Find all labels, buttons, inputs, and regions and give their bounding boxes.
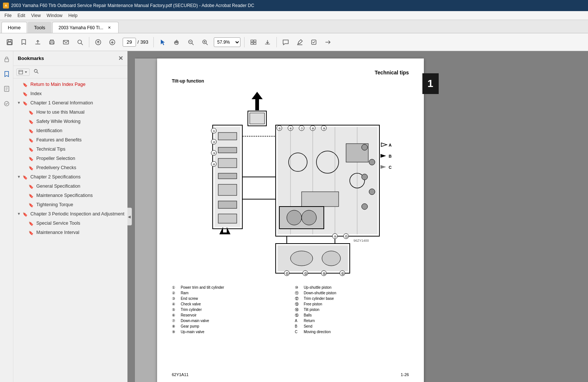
svg-text:⑩: ⑩ bbox=[334, 235, 336, 238]
bookmark-ch2[interactable]: ▼ 🔖 Chapter 2 Specifications bbox=[13, 172, 127, 182]
separator-3 bbox=[244, 37, 245, 47]
zoom-select[interactable]: 57.9% 50% 75% 100% 125% bbox=[214, 37, 240, 47]
sidebar-bookmarks-icon[interactable] bbox=[1, 69, 12, 79]
separator-4 bbox=[276, 37, 277, 47]
ch2-expand-icon[interactable]: ▼ bbox=[16, 174, 21, 179]
menu-view[interactable]: View bbox=[28, 12, 44, 19]
svg-line-14 bbox=[206, 43, 207, 45]
menu-edit[interactable]: Edit bbox=[14, 12, 28, 19]
svg-text:⑭: ⑭ bbox=[323, 272, 326, 275]
panel-collapse-button[interactable]: ◀ bbox=[127, 208, 132, 225]
bookmark-options-button[interactable] bbox=[16, 68, 30, 76]
hand-tool-button[interactable] bbox=[170, 36, 183, 49]
legend-item-A: A Return bbox=[295, 318, 409, 324]
bookmark-label-index: Index bbox=[30, 91, 42, 97]
legend-item-9: ⑨ Up-main valve bbox=[172, 329, 286, 335]
svg-rect-1 bbox=[8, 40, 11, 41]
share-button[interactable] bbox=[321, 36, 335, 49]
bookmark-general-spec[interactable]: 🔖 General Specification bbox=[13, 182, 127, 191]
svg-text:A: A bbox=[389, 143, 392, 147]
page-number-input[interactable] bbox=[123, 38, 136, 47]
download-button[interactable] bbox=[261, 36, 274, 49]
bookmark-label-maint-spec: Maintenance Specifications bbox=[36, 192, 93, 198]
bookmark-icon-propeller: 🔖 bbox=[28, 156, 34, 162]
upload-button[interactable] bbox=[31, 36, 44, 49]
svg-rect-38 bbox=[218, 147, 237, 153]
bookmark-label-tightening: Tightening Torque bbox=[36, 202, 73, 208]
bookmark-ch3[interactable]: ▼ 🔖 Chapter 3 Periodic Inspection and Ad… bbox=[13, 210, 127, 219]
legend-item-C: C Moving direction bbox=[295, 329, 409, 335]
bookmarks-close-button[interactable]: ✕ bbox=[118, 55, 123, 62]
bookmark-label-identification: Identification bbox=[36, 128, 62, 134]
comment-button[interactable] bbox=[279, 36, 292, 49]
window-title: 2003 Yamaha F60 Tlrb Outboard Service Re… bbox=[11, 3, 254, 8]
svg-text:⑧: ⑧ bbox=[312, 127, 314, 130]
bookmark-maint-interval[interactable]: 🔖 Maintenance Interval bbox=[13, 228, 127, 237]
save-button[interactable] bbox=[3, 36, 16, 49]
bookmark-tech-tips[interactable]: 🔖 Technical Tips bbox=[13, 145, 127, 154]
bookmark-features[interactable]: 🔖 Features and Benefits bbox=[13, 135, 127, 145]
bookmark-safety[interactable]: 🔖 Safety While Working bbox=[13, 117, 127, 126]
bookmark-search-button[interactable] bbox=[31, 68, 41, 76]
bookmark-icon-ch1: 🔖 bbox=[22, 100, 28, 106]
page-separator: / bbox=[137, 39, 139, 45]
svg-text:⑬: ⑬ bbox=[304, 272, 307, 275]
email-button[interactable] bbox=[59, 36, 73, 49]
svg-text:②: ② bbox=[213, 141, 215, 144]
page-up-button[interactable] bbox=[92, 36, 105, 49]
menu-window[interactable]: Window bbox=[44, 12, 66, 19]
menu-file[interactable]: File bbox=[1, 12, 14, 19]
bookmark-propeller[interactable]: 🔖 Propeller Selection bbox=[13, 154, 127, 163]
diagram-code: 96ZY1400 bbox=[353, 239, 369, 242]
bookmark-index[interactable]: 🔖 Index bbox=[13, 89, 127, 98]
sidebar-annotations-icon[interactable] bbox=[1, 98, 12, 109]
bookmark-label-safety: Safety While Working bbox=[36, 118, 80, 124]
zoom-out-button[interactable] bbox=[184, 36, 197, 49]
bookmark-special-tools[interactable]: 🔖 Special Service Tools bbox=[13, 219, 127, 228]
highlight-button[interactable] bbox=[293, 36, 306, 49]
svg-rect-2 bbox=[8, 42, 11, 44]
bookmark-label-ch1: Chapter 1 General Information bbox=[30, 100, 93, 106]
ch3-expand-icon[interactable]: ▼ bbox=[16, 211, 21, 216]
svg-point-56 bbox=[287, 210, 302, 225]
menu-help[interactable]: Help bbox=[66, 12, 81, 19]
legend-item-13: ⑬ Free piston bbox=[295, 302, 409, 307]
bookmark-icon-return: 🔖 bbox=[22, 82, 28, 88]
svg-rect-43 bbox=[218, 214, 237, 223]
svg-text:⑤: ⑤ bbox=[278, 127, 281, 130]
bookmark-ch1[interactable]: ▼ 🔖 Chapter 1 General Information bbox=[13, 98, 127, 108]
page-sub-label: Tilt-up function bbox=[172, 78, 409, 84]
bookmark-return-main[interactable]: 🔖 Return to Main Index Page bbox=[13, 80, 127, 89]
legend-item-10: ⑩ Up-shuttle piston bbox=[295, 285, 409, 290]
page-down-button[interactable] bbox=[106, 36, 119, 49]
tab-doc[interactable]: 2003 Yamaha F60 Tl... ✕ bbox=[52, 22, 119, 33]
svg-rect-20 bbox=[254, 43, 256, 44]
bookmark-icon-index: 🔖 bbox=[22, 91, 28, 97]
bookmark-icon-general-spec: 🔖 bbox=[28, 184, 34, 190]
tab-home-label: Home bbox=[8, 25, 21, 30]
markup-button[interactable] bbox=[307, 36, 320, 49]
zoom-in-button[interactable] bbox=[198, 36, 212, 49]
print-button[interactable] bbox=[45, 36, 59, 49]
ch1-expand-icon[interactable]: ▼ bbox=[16, 100, 21, 105]
view-mode-button[interactable] bbox=[247, 36, 260, 49]
tab-close-button[interactable]: ✕ bbox=[106, 25, 112, 31]
svg-rect-40 bbox=[218, 173, 237, 179]
sidebar-pages-icon[interactable] bbox=[1, 84, 12, 94]
tab-tools[interactable]: Tools bbox=[28, 22, 52, 33]
bookmark-tightening[interactable]: 🔖 Tightening Torque bbox=[13, 200, 127, 210]
svg-point-57 bbox=[302, 210, 316, 225]
bookmarks-header: Bookmarks ✕ bbox=[13, 51, 127, 66]
footer-code: 62Y1A11 bbox=[172, 372, 189, 377]
bookmark-how-to-use[interactable]: 🔖 How to use this Manual bbox=[13, 108, 127, 117]
bookmark-identification[interactable]: 🔖 Identification bbox=[13, 126, 127, 135]
svg-rect-5 bbox=[63, 40, 69, 44]
cursor-tool-button[interactable] bbox=[156, 36, 169, 49]
legend-item-1: ① Power trim and tilt cylinder bbox=[172, 285, 286, 290]
search-button[interactable] bbox=[73, 36, 87, 49]
bookmark-predelivery[interactable]: 🔖 Predelivery Checks bbox=[13, 163, 127, 172]
legend-item-7: ⑦ Down-main valve bbox=[172, 318, 286, 324]
bookmark-button[interactable] bbox=[17, 36, 30, 49]
tab-home[interactable]: Home bbox=[1, 22, 27, 33]
bookmark-maint-spec[interactable]: 🔖 Maintenance Specifications bbox=[13, 191, 127, 200]
